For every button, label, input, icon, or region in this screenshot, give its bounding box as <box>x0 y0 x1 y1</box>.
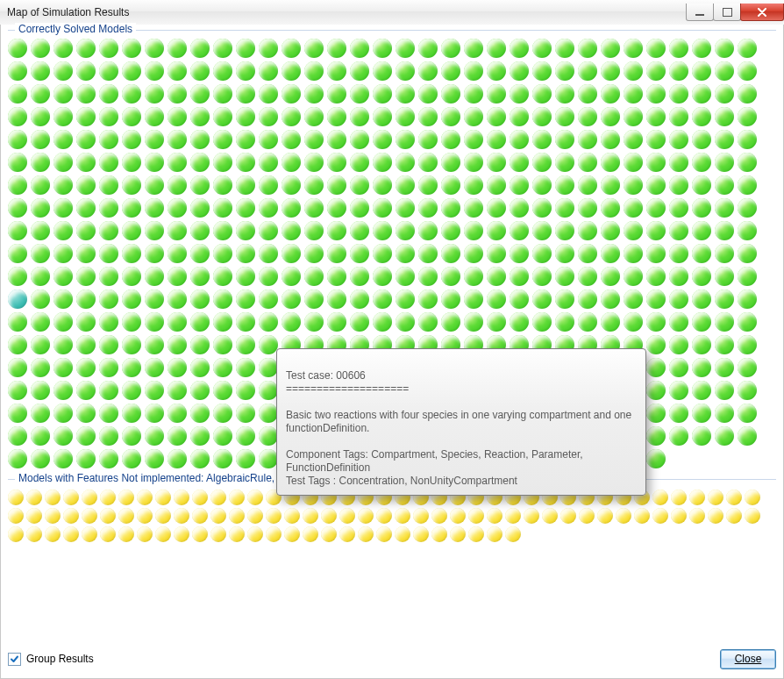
result-dot[interactable] <box>145 198 164 218</box>
result-dot[interactable] <box>715 426 734 446</box>
result-dot[interactable] <box>396 267 415 286</box>
result-dot[interactable] <box>213 153 232 172</box>
result-dot[interactable] <box>82 490 97 505</box>
result-dot[interactable] <box>213 381 232 400</box>
result-dot[interactable] <box>669 84 688 104</box>
result-dot[interactable] <box>692 404 711 423</box>
result-dot[interactable] <box>578 61 597 81</box>
result-dot[interactable] <box>8 426 27 446</box>
result-dot[interactable] <box>282 84 301 104</box>
result-dot[interactable] <box>692 221 711 240</box>
result-dot[interactable] <box>304 153 324 172</box>
result-dot[interactable] <box>715 130 734 149</box>
result-dot[interactable] <box>418 267 438 286</box>
result-dot[interactable] <box>441 289 460 309</box>
result-dot[interactable] <box>167 39 187 58</box>
result-dot[interactable] <box>167 107 187 126</box>
result-dot[interactable] <box>669 198 688 218</box>
result-dot[interactable] <box>624 449 643 468</box>
result-dot[interactable] <box>284 490 300 505</box>
result-dot[interactable] <box>304 175 324 195</box>
result-dot[interactable] <box>213 267 232 286</box>
result-dot[interactable] <box>122 153 141 172</box>
result-dot[interactable] <box>327 312 346 332</box>
result-dot[interactable] <box>53 221 73 240</box>
result-dot[interactable] <box>487 267 506 286</box>
result-dot[interactable] <box>236 358 255 377</box>
result-dot[interactable] <box>53 39 73 58</box>
result-dot[interactable] <box>82 526 97 542</box>
result-dot[interactable] <box>738 221 757 240</box>
result-dot[interactable] <box>145 244 164 263</box>
result-dot[interactable] <box>259 221 278 240</box>
result-dot[interactable] <box>53 358 73 377</box>
result-dot[interactable] <box>53 381 73 400</box>
result-dot[interactable] <box>487 244 506 263</box>
result-dot[interactable] <box>53 335 73 354</box>
result-dot[interactable] <box>396 335 415 354</box>
result-dot[interactable] <box>31 153 50 172</box>
result-dot[interactable] <box>236 175 255 195</box>
result-dot[interactable] <box>441 381 460 400</box>
result-dot[interactable] <box>524 508 539 524</box>
result-dot[interactable] <box>510 130 529 149</box>
result-dot[interactable] <box>45 526 61 542</box>
result-dot[interactable] <box>487 175 506 195</box>
result-dot[interactable] <box>236 39 255 58</box>
result-dot[interactable] <box>616 508 631 524</box>
result-dot[interactable] <box>624 381 643 400</box>
result-dot[interactable] <box>738 130 757 149</box>
result-dot[interactable] <box>99 221 118 240</box>
result-dot[interactable] <box>192 526 208 542</box>
result-dot[interactable] <box>282 244 301 263</box>
result-dot[interactable] <box>487 84 506 104</box>
result-dot[interactable] <box>122 312 141 332</box>
result-dot[interactable] <box>53 449 73 468</box>
result-dot[interactable] <box>601 61 620 81</box>
result-dot[interactable] <box>167 312 187 332</box>
result-dot[interactable] <box>8 84 27 104</box>
result-dot[interactable] <box>303 490 318 505</box>
result-dot[interactable] <box>396 289 415 309</box>
result-dot[interactable] <box>510 61 529 81</box>
result-dot[interactable] <box>560 508 576 524</box>
result-dot[interactable] <box>327 84 346 104</box>
result-dot[interactable] <box>555 312 574 332</box>
result-dot[interactable] <box>578 426 597 446</box>
result-dot[interactable] <box>431 508 447 524</box>
result-dot[interactable] <box>327 404 346 423</box>
result-dot[interactable] <box>715 358 734 377</box>
result-dot[interactable] <box>532 39 552 58</box>
result-dot[interactable] <box>304 39 324 58</box>
result-dot[interactable] <box>192 490 208 505</box>
result-dot[interactable] <box>213 289 232 309</box>
result-dot[interactable] <box>510 175 529 195</box>
result-dot[interactable] <box>282 358 301 377</box>
result-dot[interactable] <box>624 61 643 81</box>
result-dot[interactable] <box>715 244 734 263</box>
result-dot[interactable] <box>692 244 711 263</box>
result-dot[interactable] <box>350 312 369 332</box>
result-dot[interactable] <box>282 153 301 172</box>
result-dot[interactable] <box>487 449 506 468</box>
result-dot[interactable] <box>76 153 96 172</box>
result-dot[interactable] <box>692 335 711 354</box>
result-dot[interactable] <box>122 449 141 468</box>
result-dot[interactable] <box>373 312 392 332</box>
result-dot[interactable] <box>624 244 643 263</box>
result-dot[interactable] <box>487 130 506 149</box>
result-dot[interactable] <box>304 335 324 354</box>
result-dot[interactable] <box>327 267 346 286</box>
result-dot[interactable] <box>689 490 705 505</box>
result-dot[interactable] <box>464 61 483 81</box>
result-dot[interactable] <box>646 61 666 81</box>
result-dot[interactable] <box>441 267 460 286</box>
result-dot[interactable] <box>418 426 438 446</box>
result-dot[interactable] <box>555 198 574 218</box>
result-dot[interactable] <box>646 289 666 309</box>
result-dot[interactable] <box>76 107 96 126</box>
result-dot[interactable] <box>578 153 597 172</box>
result-dot[interactable] <box>31 358 50 377</box>
result-dot[interactable] <box>579 490 595 505</box>
result-dot[interactable] <box>213 107 232 126</box>
